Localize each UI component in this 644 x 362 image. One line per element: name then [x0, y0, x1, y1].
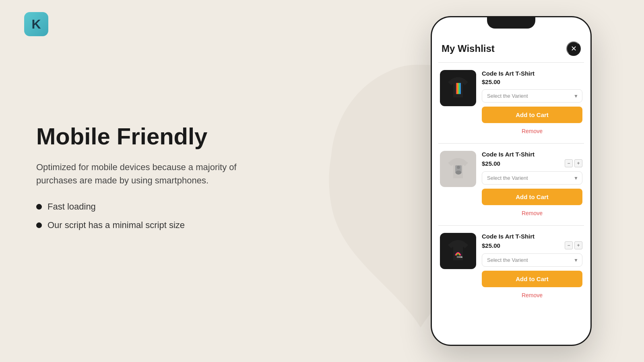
add-to-cart-btn-1[interactable]: Add to Cart [482, 107, 582, 123]
phone-notch [487, 17, 535, 29]
qty-stepper-3[interactable]: − + [565, 241, 582, 249]
svg-rect-2 [457, 83, 458, 94]
qty-stepper-2[interactable]: − + [565, 159, 582, 167]
tshirt-svg-3: CODE [444, 237, 472, 265]
item-details-3: Code Is Art T-Shirt $25.00 − + Select th… [482, 233, 582, 300]
item-name-1: Code Is Art T-Shirt [482, 70, 582, 77]
app-logo: K [24, 12, 48, 36]
wishlist-item-1: Code Is Art T-Shirt $25.00 Select the Va… [432, 63, 590, 143]
phone-mockup: My Wishlist ✕ [431, 16, 592, 346]
wishlist-title: My Wishlist [442, 43, 495, 54]
tshirt-svg-2 [444, 155, 472, 183]
variant-select-3[interactable]: Select the Varient Small Medium Large [482, 253, 582, 267]
logo-letter: K [31, 17, 41, 32]
main-title: Mobile Friendly [36, 123, 270, 149]
item-image-2 [440, 151, 476, 187]
left-panel: Mobile Friendly Optimized for mobile dev… [36, 123, 270, 239]
item-name-3: Code Is Art T-Shirt [482, 233, 582, 240]
feature-list: Fast loading Our script has a minimal sc… [36, 202, 270, 230]
bullet-item-1: Fast loading [36, 202, 270, 212]
qty-plus-2[interactable]: + [574, 159, 582, 167]
svg-rect-3 [458, 83, 460, 94]
item-row-2: Code Is Art T-Shirt $25.00 − + Select th… [440, 151, 582, 218]
wishlist-item-2: Code Is Art T-Shirt $25.00 − + Select th… [432, 144, 590, 225]
description-text: Optimized for mobile devices because a m… [36, 160, 270, 187]
qty-minus-2[interactable]: − [565, 159, 573, 167]
bullet-text-2: Our script has a minimal script size [47, 220, 185, 230]
item-row-1: Code Is Art T-Shirt $25.00 Select the Va… [440, 70, 582, 136]
variant-select-2[interactable]: Select the Varient Small Medium Large [482, 171, 582, 185]
item-price-row-3: $25.00 − + [482, 241, 582, 249]
item-price-3: $25.00 [482, 242, 500, 249]
close-button[interactable]: ✕ [566, 41, 581, 56]
bullet-text-1: Fast loading [47, 202, 96, 212]
tshirt-svg-1 [444, 74, 472, 102]
add-to-cart-btn-3[interactable]: Add to Cart [482, 271, 582, 287]
bullet-dot-2 [36, 222, 42, 228]
remove-btn-2[interactable]: Remove [482, 208, 582, 218]
qty-minus-3[interactable]: − [565, 241, 573, 249]
add-to-cart-btn-2[interactable]: Add to Cart [482, 189, 582, 205]
item-price-row-1: $25.00 [482, 78, 582, 85]
close-icon: ✕ [571, 44, 577, 53]
bullet-dot-1 [36, 204, 42, 210]
item-details-2: Code Is Art T-Shirt $25.00 − + Select th… [482, 151, 582, 218]
item-details-1: Code Is Art T-Shirt $25.00 Select the Va… [482, 70, 582, 136]
variant-select-1[interactable]: Select the Varient Small Medium Large [482, 89, 582, 103]
item-name-2: Code Is Art T-Shirt [482, 151, 582, 158]
svg-text:CODE: CODE [457, 256, 463, 258]
item-price-1: $25.00 [482, 78, 500, 85]
wishlist-item-3: CODE Code Is Art T-Shirt $25.00 − + [432, 226, 590, 307]
remove-btn-1[interactable]: Remove [482, 126, 582, 136]
item-price-row-2: $25.00 − + [482, 159, 582, 167]
qty-plus-3[interactable]: + [574, 241, 582, 249]
svg-point-7 [456, 171, 461, 175]
svg-rect-4 [460, 83, 461, 94]
svg-point-6 [457, 166, 460, 169]
remove-btn-3[interactable]: Remove [482, 290, 582, 300]
variant-wrapper-2[interactable]: Select the Varient Small Medium Large ▼ [482, 171, 582, 185]
item-row-3: CODE Code Is Art T-Shirt $25.00 − + [440, 233, 582, 300]
item-price-2: $25.00 [482, 160, 500, 167]
phone-content[interactable]: My Wishlist ✕ [432, 33, 590, 345]
bullet-item-2: Our script has a minimal script size [36, 220, 270, 230]
svg-rect-1 [456, 83, 457, 94]
item-image-1 [440, 70, 476, 106]
wishlist-header: My Wishlist ✕ [432, 33, 590, 62]
variant-wrapper-1[interactable]: Select the Varient Small Medium Large ▼ [482, 89, 582, 103]
item-image-3: CODE [440, 233, 476, 269]
phone-frame: My Wishlist ✕ [431, 16, 592, 346]
variant-wrapper-3[interactable]: Select the Varient Small Medium Large ▼ [482, 253, 582, 267]
